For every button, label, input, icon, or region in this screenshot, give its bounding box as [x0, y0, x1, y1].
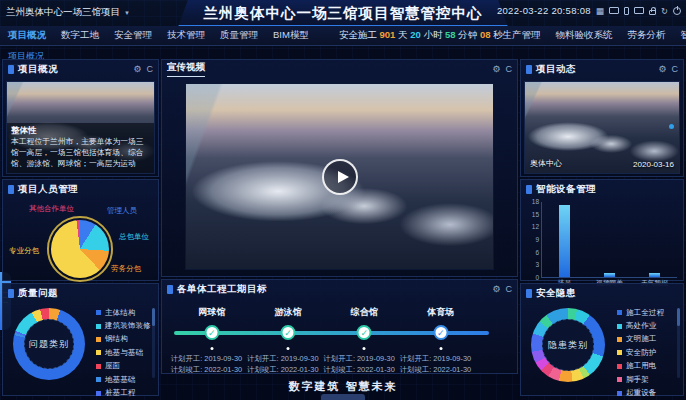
bar[interactable] [649, 273, 660, 277]
bar-column-2: 天气预报 [632, 273, 677, 277]
nav-tab-right-2[interactable]: 劳务分析 [628, 29, 666, 42]
gear-icon[interactable]: ⚙ [492, 284, 500, 294]
refresh-icon[interactable]: C [506, 284, 513, 294]
nav-tab-right-0[interactable]: 生产管理 [503, 29, 541, 42]
nav-tab-right-1[interactable]: 物料验收系统 [556, 29, 613, 42]
news-image[interactable]: 奥体中心 2020-03-16 [524, 81, 680, 174]
legend-item-0[interactable]: 主体结构 [96, 306, 151, 319]
legend-scrollbar[interactable] [152, 308, 155, 378]
panel-title: 安全隐患 [536, 287, 576, 300]
safety-seconds: 08 [480, 29, 491, 40]
top-bar: 兰州奥体中心一场三馆项目 ▼ 兰州奥体中心一场三馆项目智慧管控中心 2022-0… [0, 0, 686, 26]
nav-tab-left-1[interactable]: 数字工地 [61, 29, 99, 42]
nav-tab-right-3[interactable]: 智慧党建 [681, 29, 686, 42]
gear-icon[interactable]: ⚙ [658, 64, 666, 74]
legend-item-1[interactable]: 高处作业 [617, 319, 664, 332]
monitor-icon[interactable] [609, 7, 619, 14]
safety-donut-chart[interactable]: 隐患类别 [531, 308, 605, 382]
nav-tabs-right: 生产管理物料验收系统劳务分析智慧党建经营管理 [503, 29, 686, 42]
bar-column-0: 塔吊 [542, 205, 587, 277]
legend-item-2[interactable]: 钢结构 [96, 333, 151, 346]
grid-icon[interactable]: ▦ [596, 6, 604, 16]
milestone-check-icon[interactable]: ✓ [433, 325, 448, 340]
play-icon[interactable] [322, 159, 358, 195]
power-icon[interactable] [673, 7, 681, 15]
quality-donut-chart[interactable]: 问题类别 [13, 308, 85, 380]
datetime-display: 2022-03-22 20:58:08 [497, 5, 591, 16]
carousel-dot[interactable] [669, 124, 674, 129]
milestone-dates: 计划开工: 2019-09-30计划竣工: 2022-01-30 [396, 354, 486, 375]
bottom-drawer-handle[interactable] [321, 394, 365, 400]
milestone-dot [287, 347, 290, 350]
legend-item-4[interactable]: 施工用电 [617, 360, 664, 373]
main-nav: 项目概况数字工地安全管理技术管理质量管理BIM模型 安全施工 901 天 20 … [0, 26, 686, 46]
refresh-icon[interactable]: C [672, 64, 679, 74]
milestone-check-icon[interactable]: ✓ [357, 325, 372, 340]
video-player[interactable] [185, 83, 494, 270]
milestone-dot [210, 347, 213, 350]
bar-column-1: 视频网关 [587, 273, 632, 277]
milestone-check-icon[interactable]: ✓ [281, 325, 296, 340]
nav-tab-left-0[interactable]: 项目概况 [8, 29, 46, 42]
legend-item-4[interactable]: 屋面 [96, 360, 151, 373]
nav-tab-left-3[interactable]: 技术管理 [167, 29, 205, 42]
bar[interactable] [604, 273, 615, 277]
legend-marker [96, 364, 101, 369]
milestone-name: 体育场 [396, 306, 486, 319]
overlay-title: 整体性 [11, 125, 150, 137]
phone-icon[interactable] [624, 7, 629, 15]
legend-item-3[interactable]: 安全防护 [617, 346, 664, 359]
desktop-icon[interactable] [634, 7, 644, 14]
chevron-down-icon: ▼ [124, 10, 130, 16]
safety-days: 901 [380, 29, 396, 40]
legend-marker [96, 310, 101, 315]
legend-scrollbar[interactable] [677, 308, 680, 378]
gear-icon[interactable]: ⚙ [133, 64, 141, 74]
lock-icon[interactable] [649, 10, 656, 15]
safety-hours: 20 [410, 29, 421, 40]
legend-marker [96, 324, 101, 329]
refresh-icon[interactable]: C [506, 64, 513, 74]
legend-marker [96, 350, 101, 355]
y-tick: 3 [526, 261, 539, 268]
gear-icon[interactable]: ⚙ [492, 64, 500, 74]
legend-label: 主体结构 [105, 308, 135, 318]
nav-tab-left-5[interactable]: BIM模型 [273, 29, 309, 42]
legend-label: 屋面 [105, 361, 120, 371]
legend-item-2[interactable]: 文明施工 [617, 333, 664, 346]
panel-title: 各单体工程工期目标 [177, 283, 267, 296]
nav-tab-left-2[interactable]: 安全管理 [114, 29, 152, 42]
legend-label: 安全防护 [626, 348, 656, 358]
pie-label-4: 专业分包 [9, 246, 39, 256]
safety-minutes: 58 [445, 29, 456, 40]
milestone-check-icon[interactable]: ✓ [204, 325, 219, 340]
footer-slogan: 数字建筑 智慧未来 [0, 379, 686, 394]
panel-title: 项目概况 [18, 63, 58, 76]
nav-tabs-left: 项目概况数字工地安全管理技术管理质量管理BIM模型 [8, 29, 309, 42]
donut-center-label: 隐患类别 [542, 319, 594, 371]
pie-label-0: 其他合作单位 [29, 204, 74, 214]
milestone-start-date: 计划开工: 2019-09-30 [400, 354, 486, 365]
project-selector[interactable]: 兰州奥体中心一场三馆项目 ▼ [6, 6, 130, 19]
panel-news: 项目动态 ⚙C 奥体中心 2020-03-16 [520, 59, 684, 177]
panel-video: 宣传视频 ⚙C [161, 59, 518, 277]
legend-item-3[interactable]: 地基与基础 [96, 346, 151, 359]
milestone-dot [439, 347, 442, 350]
legend-item-1[interactable]: 建筑装饰装修 [96, 319, 151, 332]
panel-title: 智能设备管理 [536, 183, 596, 196]
pie[interactable] [51, 220, 109, 278]
pie-label-3: 劳务分包 [111, 264, 141, 274]
legend-label: 文明施工 [626, 334, 656, 344]
legend-marker [96, 337, 101, 342]
project-selector-label: 兰州奥体中心一场三馆项目 [6, 6, 120, 19]
panel-devices: 智能设备管理 0369121518塔吊视频网关天气预报 [520, 179, 684, 281]
legend-item-0[interactable]: 施工全过程 [617, 306, 664, 319]
refresh-icon[interactable]: ↻ [661, 6, 668, 16]
nav-tab-left-4[interactable]: 质量管理 [220, 29, 258, 42]
bar[interactable] [559, 205, 570, 277]
pie-label-2: 总包单位 [119, 232, 149, 242]
tab-promo-video[interactable]: 宣传视频 [167, 61, 205, 77]
legend-label: 地基与基础 [105, 348, 143, 358]
panel-marker-icon [526, 65, 532, 74]
refresh-icon[interactable]: C [147, 64, 154, 74]
